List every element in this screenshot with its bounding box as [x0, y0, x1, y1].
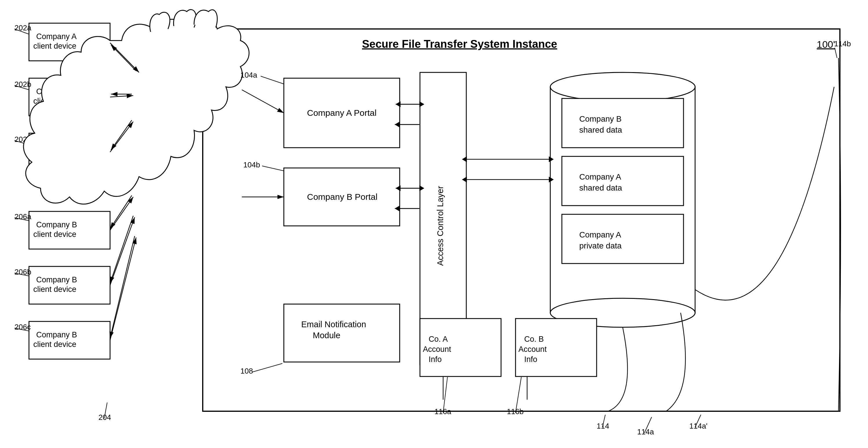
svg-line-45 [110, 237, 136, 340]
svg-line-54 [261, 76, 284, 84]
svg-text:114a': 114a' [689, 422, 708, 430]
svg-text:shared data: shared data [579, 125, 622, 134]
svg-point-81 [550, 72, 695, 101]
svg-line-47 [110, 216, 133, 283]
diagram: Secure File Transfer System Instance 100… [0, 0, 868, 448]
svg-text:202b: 202b [14, 80, 31, 89]
svg-text:Company B: Company B [36, 330, 77, 339]
svg-text:client device: client device [33, 340, 76, 349]
svg-text:Account: Account [519, 345, 547, 354]
svg-line-46 [110, 195, 132, 229]
svg-text:Module: Module [313, 331, 340, 340]
svg-text:Company B: Company B [579, 115, 622, 123]
svg-text:Company A: Company A [579, 230, 621, 239]
svg-text:202a: 202a [14, 24, 31, 32]
svg-text:client device: client device [33, 230, 76, 238]
svg-text:shared data: shared data [579, 183, 622, 192]
svg-text:104b: 104b [243, 160, 260, 169]
svg-text:Info: Info [524, 355, 537, 364]
svg-text:Co. A: Co. A [429, 335, 448, 344]
svg-line-49 [242, 90, 284, 113]
svg-text:Co. B: Co. B [524, 335, 544, 344]
diagram-svg: Secure File Transfer System Instance 100… [0, 0, 868, 448]
svg-text:114b: 114b [834, 39, 851, 48]
svg-text:client device: client device [33, 285, 76, 294]
svg-text:Company B Portal: Company B Portal [307, 192, 377, 201]
svg-text:114a: 114a [637, 427, 654, 436]
svg-line-58 [262, 166, 284, 171]
svg-text:Access Control Layer: Access Control Layer [436, 186, 445, 266]
svg-text:104a: 104a [240, 71, 257, 79]
svg-line-63 [252, 363, 282, 372]
svg-text:Email Notification: Email Notification [301, 320, 366, 329]
svg-text:Company A: Company A [36, 32, 77, 41]
svg-text:116b: 116b [507, 407, 524, 416]
svg-text:Company B: Company B [36, 276, 77, 284]
svg-text:Info: Info [429, 355, 442, 364]
svg-text:Company A Portal: Company A Portal [307, 108, 376, 118]
svg-text:Company A: Company A [579, 172, 621, 181]
svg-text:Secure File Transfer System In: Secure File Transfer System Instance [362, 38, 557, 50]
svg-text:Company B: Company B [36, 220, 77, 229]
svg-text:private data: private data [579, 241, 622, 250]
svg-rect-59 [284, 304, 400, 362]
svg-text:Account: Account [423, 345, 451, 354]
svg-text:108: 108 [240, 366, 253, 375]
svg-text:116a: 116a [434, 407, 451, 416]
svg-text:client device: client device [33, 42, 76, 51]
svg-line-117 [835, 48, 837, 58]
svg-text:100': 100' [817, 39, 835, 50]
